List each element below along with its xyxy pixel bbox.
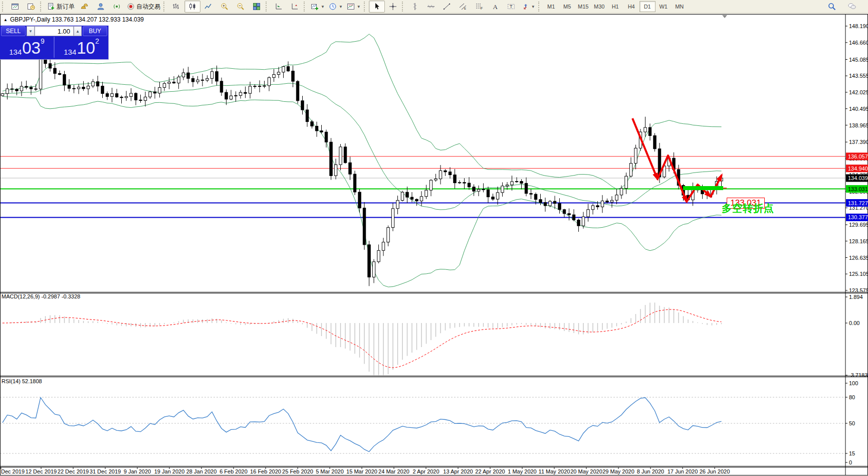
date-tick-label: 6 Feb 2020 xyxy=(220,468,248,474)
timeframe-m5-button[interactable]: M5 xyxy=(559,1,575,12)
price-tick-label: 129.695 xyxy=(849,222,868,228)
cursor-icon xyxy=(373,3,381,11)
horizontal-line-tool-button[interactable] xyxy=(423,1,439,13)
toolbar-separator xyxy=(402,2,406,12)
fibonacci-tool-button[interactable]: F xyxy=(471,1,487,13)
rsi-tick-label: 100 xyxy=(849,380,858,386)
community-icon xyxy=(97,3,105,11)
cursor-tool-button[interactable] xyxy=(369,1,385,13)
timeframe-d1-button[interactable]: D1 xyxy=(639,1,656,12)
chart-title: ▲ GBPJPY-,Daily 133.763 134.207 132.933 … xyxy=(4,16,144,23)
signals-button[interactable] xyxy=(109,1,125,13)
auto-scroll-button[interactable] xyxy=(271,1,287,13)
chart-title-text: GBPJPY-,Daily 133.763 134.207 132.933 13… xyxy=(10,16,144,23)
svg-text:T: T xyxy=(510,4,513,9)
tile-windows-button[interactable] xyxy=(249,1,265,13)
gold-icon xyxy=(81,3,89,11)
trendline-tool-button[interactable] xyxy=(439,1,455,13)
sell-price-point: 9 xyxy=(41,38,45,45)
timeframe-mn-button[interactable]: MN xyxy=(672,1,688,12)
chart-border xyxy=(1,15,868,475)
volume-decrease-button[interactable]: ▼ xyxy=(27,26,35,36)
chart-area: 148.190146.660145.085143.555142.025140.4… xyxy=(0,14,868,476)
date-tick-label: 20 May 2020 xyxy=(570,468,602,474)
line-chart-mode-button[interactable] xyxy=(200,1,216,13)
price-tick-label: 140.495 xyxy=(849,106,868,112)
timeframe-m30-button[interactable]: M30 xyxy=(591,1,607,12)
text-label-tool-button[interactable]: T xyxy=(503,1,519,13)
timeframe-m1-button[interactable]: M1 xyxy=(543,1,559,12)
pivot-point-annotation[interactable]: 多空转折点 xyxy=(722,202,774,215)
search-button[interactable] xyxy=(824,1,840,13)
sell-price[interactable]: 134 03 9 xyxy=(0,37,55,58)
autotrading-icon xyxy=(127,3,135,11)
text-tool-button[interactable]: A xyxy=(487,1,503,13)
toolbar-separator xyxy=(2,2,6,12)
rsi-tick-label: 15 xyxy=(849,450,855,456)
macd-tick-label: 0.00 xyxy=(849,320,859,326)
svg-text:F: F xyxy=(481,7,483,10)
zigzag-arrowhead xyxy=(653,173,658,181)
candlestick-icon xyxy=(188,3,196,11)
timeframe-m15-button[interactable]: M15 xyxy=(575,1,591,12)
price-chart-canvas[interactable]: 148.190146.660145.085143.555142.025140.4… xyxy=(0,14,868,476)
crosshair-tool-button[interactable] xyxy=(385,1,401,13)
mt4-window: 新订单自动交易▼▼▼EFAT▼M1M5M15M30H1H4D1W1MN 148.… xyxy=(0,0,868,476)
timeframe-h1-button[interactable]: H1 xyxy=(607,1,623,12)
zoom-in-button[interactable] xyxy=(216,1,233,13)
bar-chart-mode-button[interactable] xyxy=(168,1,184,13)
date-tick-label: 19 Jan 2020 xyxy=(154,468,185,474)
date-tick-label: 31 Dec 2019 xyxy=(90,468,121,474)
templates-button[interactable]: ▼ xyxy=(345,1,363,13)
date-tick-label: 15 Mar 2020 xyxy=(346,468,377,474)
chart-shift-marker[interactable] xyxy=(722,15,727,18)
add-indicator-button[interactable]: ▼ xyxy=(309,1,327,13)
text-icon: A xyxy=(491,3,499,11)
support-zone-bar[interactable] xyxy=(683,186,723,190)
candlestick-mode-button[interactable] xyxy=(184,1,200,13)
vertical-line-tool-button[interactable] xyxy=(407,1,423,13)
equidistant-channel-tool-button[interactable]: E xyxy=(455,1,471,13)
arrows-tool-button[interactable]: ▼ xyxy=(519,1,537,13)
symbol-marker-icon: ▲ xyxy=(4,18,8,22)
timeframe-w1-button[interactable]: W1 xyxy=(656,1,672,12)
profiles-button[interactable] xyxy=(23,1,39,13)
chat-icon xyxy=(848,3,856,11)
price-tick-label: 128.165 xyxy=(849,238,868,244)
market-watch-gold-button[interactable] xyxy=(77,1,93,13)
bearish-candles xyxy=(11,58,708,277)
date-tick-label: 17 Jun 2020 xyxy=(668,468,698,474)
autotrading-button[interactable]: 自动交易 xyxy=(125,1,162,13)
chart-shift-button[interactable] xyxy=(287,1,303,13)
periods-button[interactable]: ▼ xyxy=(327,1,345,13)
timeframe-h4-button[interactable]: H4 xyxy=(623,1,639,12)
volume-input[interactable]: 1.00 xyxy=(35,26,74,36)
chart-window-button[interactable] xyxy=(7,1,23,13)
price-tick-label: 123.575 xyxy=(849,287,868,293)
price-tick-label: 126.635 xyxy=(849,255,868,261)
price-tick-label: 142.025 xyxy=(849,89,868,95)
price-tick-label: 145.085 xyxy=(849,57,868,63)
toolbar-separator xyxy=(266,2,270,12)
chat-button[interactable] xyxy=(844,1,860,13)
arrange-b-icon xyxy=(291,3,299,11)
svg-text:A: A xyxy=(493,3,498,11)
sell-price-figure: 134 xyxy=(9,48,22,56)
price-badge-label: 130.377 xyxy=(848,214,868,220)
new-order-button[interactable]: 新订单 xyxy=(45,1,77,13)
toolbar-separator xyxy=(304,2,308,12)
zoom-out-button[interactable] xyxy=(233,1,249,13)
macd-tick-label: 1.894 xyxy=(849,294,863,300)
volume-increase-button[interactable]: ▲ xyxy=(74,26,82,36)
dropdown-arrow-icon: ▼ xyxy=(531,5,535,9)
sell-button[interactable]: SELL xyxy=(1,26,26,36)
bullish-candles xyxy=(1,58,723,277)
crosshair-icon xyxy=(389,3,397,11)
mql5-community-button[interactable] xyxy=(93,1,109,13)
dropdown-arrow-icon: ▼ xyxy=(357,5,361,9)
bar-chart-icon xyxy=(172,3,180,11)
buy-price[interactable]: 134 10 2 xyxy=(55,37,108,58)
rsi-tick-label: 80 xyxy=(849,394,855,400)
buy-button[interactable]: BUY xyxy=(83,26,107,36)
shapes-icon xyxy=(521,3,529,11)
